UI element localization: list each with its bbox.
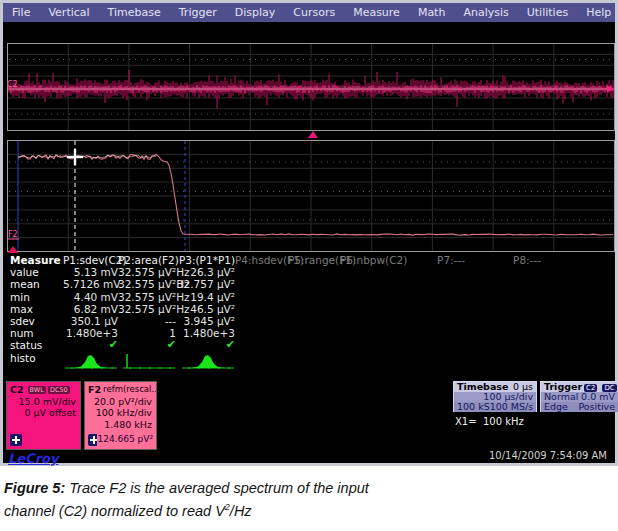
measure-filler xyxy=(541,327,615,339)
measure-cell xyxy=(340,327,403,339)
timebase-box[interactable]: Timebase 0 µs 100 µs/div 100 kS 100 MS/s xyxy=(453,381,537,412)
measure-cell xyxy=(235,278,288,290)
measure-cell: 5.13 mV xyxy=(63,266,118,278)
caption-label: Figure 5: xyxy=(4,480,65,496)
status-check-icon xyxy=(403,339,465,351)
measure-filler xyxy=(541,291,615,303)
measure-filler xyxy=(541,303,615,315)
measure-cell xyxy=(465,278,541,290)
measure-filler xyxy=(541,278,615,290)
figure-caption: Figure 5: Trace F2 is the averaged spect… xyxy=(4,474,610,519)
histogram-icon xyxy=(403,352,465,374)
move-cross-icon[interactable] xyxy=(10,434,22,446)
trigger-time-marker[interactable] xyxy=(308,131,318,138)
menu-item-file[interactable]: File xyxy=(3,6,39,19)
measure-cell xyxy=(403,303,465,315)
measure-cell: 350.1 µV xyxy=(63,315,118,327)
menu-item-analysis[interactable]: Analysis xyxy=(454,6,517,19)
page: FileVerticalTimebaseTriggerDisplayCursor… xyxy=(0,0,618,531)
measure-cell: 32.575 µV²Hz xyxy=(118,278,176,290)
measure-col-header-p4[interactable]: P4:hsdev(F1) xyxy=(235,254,288,266)
f2-horizontal-scale: 100 kHz/div xyxy=(85,407,156,419)
measure-col-header-p2[interactable]: P2:area(F2) xyxy=(118,254,176,266)
measure-row-label: histo xyxy=(3,352,63,374)
status-check-icon: ✔ xyxy=(118,339,176,351)
measure-cell xyxy=(403,327,465,339)
menu-item-trigger[interactable]: Trigger xyxy=(170,6,226,19)
measure-row-label: max xyxy=(3,303,63,315)
status-check-icon xyxy=(235,339,288,351)
measure-cell: 26.3 µV² xyxy=(176,266,235,278)
measure-col-header-p3[interactable]: P3:(P1*P1) xyxy=(176,254,235,266)
measure-cell xyxy=(465,327,541,339)
f2-cursor-readout: 124.665 pV² xyxy=(97,434,153,446)
status-check-icon xyxy=(288,339,340,351)
trigger-type: Edge xyxy=(544,402,568,412)
histogram-icon xyxy=(288,352,340,374)
measure-table: MeasureP1:sdev(C2)P2:area(F2)P3:(P1*P1)P… xyxy=(3,254,615,374)
measure-cell xyxy=(288,327,340,339)
measure-filler xyxy=(541,315,615,327)
measure-cell xyxy=(235,291,288,303)
menu-item-display[interactable]: Display xyxy=(226,6,285,19)
lecroy-logo: LeCroy xyxy=(8,451,58,466)
frequency-origin-marker xyxy=(8,246,18,253)
c2-channel-name: C2 xyxy=(10,384,24,396)
c2-waveform-display[interactable]: C2 xyxy=(7,43,615,131)
f2-function-label: refm(rescal... xyxy=(103,384,156,396)
histogram-icon xyxy=(176,352,235,374)
x1-cursor-readout: X1= 100 kHz xyxy=(455,416,524,427)
histogram-icon xyxy=(340,352,403,374)
measure-col-header-p1[interactable]: P1:sdev(C2) xyxy=(63,254,118,266)
measure-filler xyxy=(541,254,615,266)
status-check-icon xyxy=(465,339,541,351)
measure-cell: 32.575 µV²Hz xyxy=(118,266,176,278)
menu-item-help[interactable]: Help xyxy=(577,6,618,19)
measure-row-label: num xyxy=(3,327,63,339)
c2-vertical-scale: 15.0 mV/div xyxy=(7,396,80,408)
measure-cell: 32.575 µV²Hz xyxy=(118,303,176,315)
f2-descriptor-box[interactable]: F2 refm(rescal... 20.0 pV²/div 100 kHz/d… xyxy=(84,381,157,450)
measure-col-header-p5[interactable]: P5:range(F1) xyxy=(288,254,340,266)
histogram-icon xyxy=(63,352,118,374)
menu-bar: FileVerticalTimebaseTriggerDisplayCursor… xyxy=(3,3,615,22)
measure-cell xyxy=(403,315,465,327)
datetime: 10/14/2009 7:54:09 AM xyxy=(489,450,607,461)
timebase-samples: 100 kS xyxy=(457,402,490,412)
caption-line2: channel (C2) normalized to read V xyxy=(4,503,225,519)
menu-item-utilities[interactable]: Utilities xyxy=(518,6,577,19)
histogram-icon xyxy=(465,352,541,374)
timebase-rate: 100 MS/s xyxy=(490,402,534,412)
measure-cell xyxy=(403,278,465,290)
menu-item-vertical[interactable]: Vertical xyxy=(39,6,98,19)
histogram-icon xyxy=(118,352,176,374)
trigger-slope: Positive xyxy=(578,402,615,412)
measure-cell xyxy=(288,266,340,278)
measure-cell xyxy=(235,266,288,278)
measure-cell: 4.40 mV xyxy=(63,291,118,303)
measure-filler xyxy=(541,266,615,278)
measure-col-header-p6[interactable]: P6:nbpw(C2) xyxy=(340,254,403,266)
c2-descriptor-box[interactable]: C2 BWL DC50 15.0 mV/div 0 µV offset xyxy=(6,381,81,450)
move-cross-icon[interactable] xyxy=(88,434,97,446)
measure-col-header-p8[interactable]: P8:--- xyxy=(465,254,541,266)
measure-cell: 6.82 mV xyxy=(63,303,118,315)
c2-bwl-badge: BWL xyxy=(28,386,46,394)
status-check-icon: ✔ xyxy=(63,339,118,351)
menu-item-math[interactable]: Math xyxy=(409,6,455,19)
status-check-icon: ✔ xyxy=(176,339,235,351)
measure-cell xyxy=(340,315,403,327)
measure-row-label: value xyxy=(3,266,63,278)
measure-cell xyxy=(465,291,541,303)
menu-item-cursors[interactable]: Cursors xyxy=(284,6,344,19)
trigger-box[interactable]: Trigger C2 DC Normal 0.0 mV Edge Positiv… xyxy=(540,381,618,412)
f2-spectrum-display[interactable]: F2 xyxy=(7,140,615,252)
measure-cell xyxy=(235,327,288,339)
menu-item-timebase[interactable]: Timebase xyxy=(99,6,170,19)
measure-filler xyxy=(541,352,615,374)
measure-cell: 3.945 µV² xyxy=(176,315,235,327)
measure-cell xyxy=(403,266,465,278)
measure-cell: 32.575 µV²Hz xyxy=(118,291,176,303)
menu-item-measure[interactable]: Measure xyxy=(344,6,409,19)
measure-col-header-p7[interactable]: P7:--- xyxy=(403,254,465,266)
